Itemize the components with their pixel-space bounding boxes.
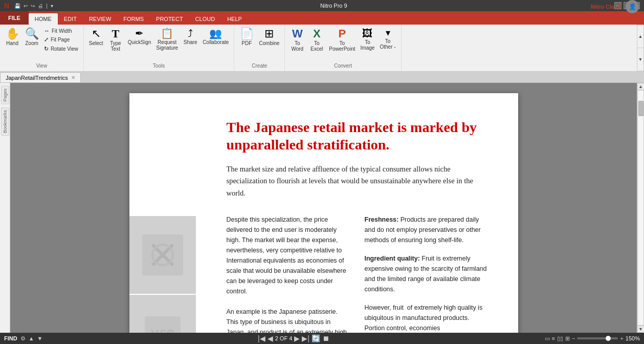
document-tab[interactable]: JapanRetailTrendmetrics ✕: [0, 72, 81, 82]
tab-cloud[interactable]: CLOUD: [189, 13, 221, 25]
nav-prev[interactable]: ◀: [268, 334, 273, 342]
left-column-text: Despite this specialization, the price d…: [227, 214, 349, 296]
view-spread-icon[interactable]: ⊞: [565, 335, 570, 342]
fit-page-icon: ⤢: [44, 36, 49, 43]
nitro-cloud-button[interactable]: Nitro Cloud: [591, 4, 621, 10]
nav-stop[interactable]: ⏹: [322, 334, 329, 342]
zoom-out-button[interactable]: −: [572, 335, 575, 341]
fit-page-button[interactable]: ⤢ Fit Page: [42, 35, 80, 44]
scroll-up-arrow[interactable]: ▲: [637, 83, 645, 90]
settings-icon[interactable]: ⚙: [20, 335, 26, 342]
to-excel-button[interactable]: X ToExcel: [307, 27, 326, 53]
save-btn[interactable]: 💾: [14, 3, 20, 9]
fit-page-label: Fit Page: [51, 37, 70, 42]
quicksign-button[interactable]: ✒ QuickSign: [126, 27, 153, 47]
pages-panel-label[interactable]: Pages: [1, 86, 9, 104]
nav-next[interactable]: ▶: [294, 334, 300, 342]
find-up-icon[interactable]: ▲: [29, 335, 34, 341]
word-icon: W: [292, 28, 303, 39]
placeholder-svg-1: [142, 234, 183, 275]
nav-last[interactable]: ▶|: [302, 334, 309, 342]
zoom-button[interactable]: Zoom: [23, 27, 41, 48]
fit-width-button[interactable]: ↔ Fit Width: [42, 27, 80, 35]
tab-protect[interactable]: PROTECT: [150, 13, 189, 25]
placeholder-svg-2: ¥£$: [145, 316, 181, 333]
request-signature-button[interactable]: 📋 RequestSignature: [154, 27, 180, 52]
nav-refresh[interactable]: 🔄: [312, 334, 320, 342]
share-button[interactable]: ⤴ Share: [181, 27, 199, 47]
main-area: Pages Bookmarks: [0, 83, 644, 333]
tab-forms[interactable]: FORMS: [117, 13, 150, 25]
tab-home[interactable]: HOME: [29, 13, 58, 25]
to-word-button[interactable]: W ToWord: [288, 27, 306, 53]
redo-btn[interactable]: ↪: [31, 3, 35, 9]
ribbon-scroll-down[interactable]: ▼: [637, 48, 644, 71]
type-text-button[interactable]: T TypeText: [106, 27, 125, 53]
tab-file[interactable]: FILE: [0, 11, 29, 25]
select-button[interactable]: ↖ Select: [87, 27, 105, 48]
view-continuous-icon[interactable]: ≡: [552, 335, 555, 341]
ribbon-scroll-up[interactable]: ▲: [637, 25, 644, 48]
convert-group-label: Convert: [334, 62, 352, 70]
to-other-button[interactable]: ▾ ToOther -: [377, 27, 397, 51]
share-icon: ⤴: [188, 28, 193, 38]
page-container: ¥£$ The Japanese retail market is marked…: [10, 83, 637, 333]
status-bar: FIND ⚙ ▲ ▼ |◀ ◀ 2 OF 4 ▶ ▶| 🔄 ⏹ ▭ ≡ ▯▯ ⊞…: [0, 333, 644, 344]
scroll-track[interactable]: [637, 90, 644, 326]
zoom-area: − + 150%: [572, 335, 640, 341]
select-icon: ↖: [92, 28, 101, 39]
tab-help[interactable]: HELP: [221, 13, 248, 25]
top-image-placeholder: [129, 216, 196, 295]
request-signature-label: RequestSignature: [156, 39, 178, 51]
scroll-thumb[interactable]: [638, 101, 643, 116]
fit-width-label: Fit Width: [52, 28, 72, 34]
tab-close-button[interactable]: ✕: [71, 75, 75, 80]
find-label: FIND: [4, 335, 17, 341]
request-signature-icon: 📋: [161, 28, 173, 38]
view-single-icon[interactable]: ▭: [545, 335, 550, 342]
view-group-label: View: [36, 62, 48, 70]
status-bar-center: |◀ ◀ 2 OF 4 ▶ ▶| 🔄 ⏹: [258, 334, 329, 342]
print-btn[interactable]: 🖨: [38, 3, 43, 9]
freshness-item: Freshness: Products are prepared daily a…: [365, 214, 487, 245]
pdf-icon: 📄: [240, 28, 254, 39]
pdf-button[interactable]: 📄 PDF: [237, 27, 256, 48]
zoom-slider[interactable]: [577, 337, 618, 339]
to-powerpoint-button[interactable]: P ToPowerPoint: [327, 27, 357, 53]
rotate-icon: ↻: [44, 46, 49, 52]
zoom-in-button[interactable]: +: [620, 335, 623, 341]
page-info: 2 OF 4: [275, 335, 293, 341]
type-text-icon: T: [112, 28, 119, 39]
app-logo: N: [4, 2, 9, 10]
nav-first[interactable]: |◀: [258, 334, 265, 342]
however-text: However, fruit of extremely high quality…: [365, 303, 487, 333]
bookmarks-panel-label[interactable]: Bookmarks: [1, 107, 9, 136]
tools-group-label: Tools: [153, 62, 165, 70]
view-two-page-icon[interactable]: ▯▯: [557, 335, 563, 342]
ribbon-group-create: 📄 PDF ⊞ Combine Create: [234, 26, 285, 71]
to-image-button[interactable]: 🖼 ToImage: [358, 27, 376, 52]
to-other-label: ToOther -: [380, 38, 395, 50]
left-image-area: ¥£$: [129, 216, 196, 333]
scroll-down-arrow[interactable]: ▼: [637, 326, 645, 333]
left-column: Despite this specialization, the price d…: [227, 214, 349, 333]
ribbon-tab-bar: FILE HOME EDIT REVIEW FORMS PROTECT CLOU…: [0, 11, 644, 25]
tab-edit[interactable]: EDIT: [58, 13, 83, 25]
user-avatar[interactable]: 👤: [626, 0, 639, 13]
collaborate-button[interactable]: 👥 Collaborate: [201, 27, 231, 47]
zoom-level: 150%: [626, 335, 640, 341]
top-right-area: Nitro Cloud 👤: [591, 0, 639, 13]
combine-button[interactable]: ⊞ Combine: [257, 27, 281, 48]
rotate-view-button[interactable]: ↻ Rotate View: [42, 45, 80, 53]
quick-access-toolbar: N 💾 ↩ ↪ 🖨 | ▾: [4, 2, 53, 10]
two-column-section: Despite this specialization, the price d…: [227, 214, 487, 333]
share-label: Share: [184, 39, 197, 45]
tab-bar: JapanRetailTrendmetrics ✕: [0, 72, 644, 83]
quicksign-icon: ✒: [135, 28, 144, 38]
tab-review[interactable]: REVIEW: [83, 13, 117, 25]
hand-tool-button[interactable]: Hand: [3, 27, 21, 48]
to-excel-label: ToExcel: [310, 40, 323, 52]
find-down-icon[interactable]: ▼: [37, 335, 43, 341]
document-scroll-area[interactable]: ¥£$ The Japanese retail market is marked…: [10, 83, 637, 333]
undo-btn[interactable]: ↩: [24, 3, 28, 9]
